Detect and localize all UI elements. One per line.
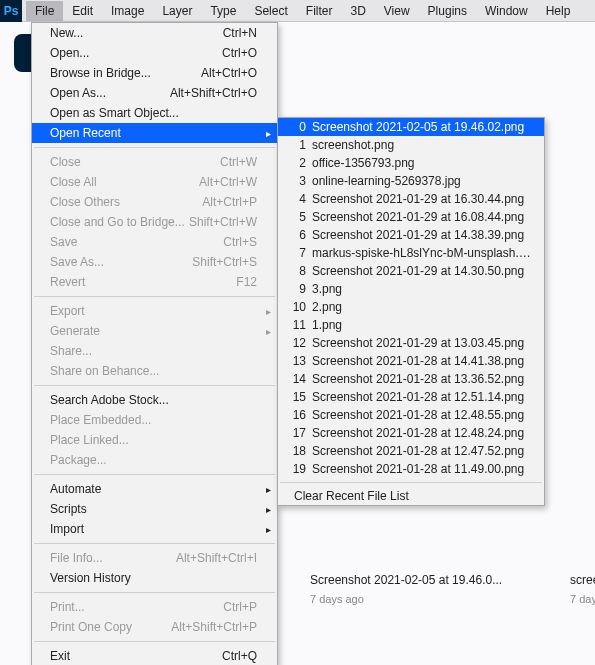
recent-file-index: 3 xyxy=(288,174,306,188)
recent-file-item[interactable]: 16Screenshot 2021-01-28 at 12.48.55.png xyxy=(278,406,544,424)
menu-item-package: Package... xyxy=(32,450,277,470)
recent-file-card-name: Screenshot 2021-02-05 at 19.46.0... xyxy=(310,573,510,587)
menubar-item-layer[interactable]: Layer xyxy=(153,1,201,21)
menubar-item-window[interactable]: Window xyxy=(476,1,537,21)
menu-item-label: Revert xyxy=(50,275,236,289)
menu-item-label: Place Embedded... xyxy=(50,413,257,427)
menubar-item-view[interactable]: View xyxy=(375,1,419,21)
menu-item-label: Close Others xyxy=(50,195,202,209)
recent-file-item[interactable]: 4Screenshot 2021-01-29 at 16.30.44.png xyxy=(278,190,544,208)
menu-item-new[interactable]: New...Ctrl+N xyxy=(32,23,277,43)
submenu-arrow-icon: ▸ xyxy=(266,504,271,515)
recent-file-index: 5 xyxy=(288,210,306,224)
recent-file-name: Screenshot 2021-01-29 at 14.30.50.png xyxy=(312,264,532,278)
menu-item-label: Automate xyxy=(50,482,257,496)
recent-file-item[interactable]: 3online-learning-5269378.jpg xyxy=(278,172,544,190)
menu-item-open-as[interactable]: Open As...Alt+Shift+Ctrl+O xyxy=(32,83,277,103)
menu-separator xyxy=(34,296,275,297)
menubar-item-select[interactable]: Select xyxy=(245,1,296,21)
recent-file-item[interactable]: 102.png xyxy=(278,298,544,316)
recent-file-index: 15 xyxy=(288,390,306,404)
recent-file-index: 13 xyxy=(288,354,306,368)
recent-file-index: 18 xyxy=(288,444,306,458)
recent-file-index: 14 xyxy=(288,372,306,386)
menu-item-browse-in-bridge[interactable]: Browse in Bridge...Alt+Ctrl+O xyxy=(32,63,277,83)
menu-separator xyxy=(280,482,542,483)
menu-separator xyxy=(34,543,275,544)
recent-file-item[interactable]: 111.png xyxy=(278,316,544,334)
menu-item-shortcut: F12 xyxy=(236,275,257,289)
menubar-item-edit[interactable]: Edit xyxy=(63,1,102,21)
recent-file-card[interactable]: Screenshot 2021-02-05 at 19.46.0...7 day… xyxy=(310,573,510,605)
recent-file-name: Screenshot 2021-01-28 at 12.51.14.png xyxy=(312,390,532,404)
recent-file-name: Screenshot 2021-01-29 at 13.03.45.png xyxy=(312,336,532,350)
recent-file-item[interactable]: 13Screenshot 2021-01-28 at 14.41.38.png xyxy=(278,352,544,370)
menu-item-label: Import xyxy=(50,522,257,536)
menubar-item-plugins[interactable]: Plugins xyxy=(419,1,476,21)
menu-item-open-recent[interactable]: Open Recent▸ xyxy=(32,123,277,143)
recent-file-item[interactable]: 12Screenshot 2021-01-29 at 13.03.45.png xyxy=(278,334,544,352)
recent-file-card-name: screenshot xyxy=(570,573,595,587)
menu-item-label: Share... xyxy=(50,344,257,358)
recent-file-item[interactable]: 19Screenshot 2021-01-28 at 11.49.00.png xyxy=(278,460,544,478)
menu-item-print: Print...Ctrl+P xyxy=(32,597,277,617)
recent-file-index: 8 xyxy=(288,264,306,278)
menu-item-label: Generate xyxy=(50,324,257,338)
recent-file-index: 2 xyxy=(288,156,306,170)
menu-item-shortcut: Alt+Shift+Ctrl+O xyxy=(170,86,257,100)
menu-item-label: Export xyxy=(50,304,257,318)
menu-item-automate[interactable]: Automate▸ xyxy=(32,479,277,499)
menu-item-label: File Info... xyxy=(50,551,176,565)
recent-file-item[interactable]: 6Screenshot 2021-01-29 at 14.38.39.png xyxy=(278,226,544,244)
menubar-item-image[interactable]: Image xyxy=(102,1,153,21)
menu-separator xyxy=(34,592,275,593)
recent-file-index: 7 xyxy=(288,246,306,260)
menubar-item-help[interactable]: Help xyxy=(537,1,580,21)
clear-recent-files[interactable]: Clear Recent File List xyxy=(278,487,544,505)
menu-item-export: Export▸ xyxy=(32,301,277,321)
menu-item-label: Browse in Bridge... xyxy=(50,66,201,80)
menu-item-label: New... xyxy=(50,26,223,40)
menubar-item-3d[interactable]: 3D xyxy=(341,1,374,21)
menu-item-label: Version History xyxy=(50,571,257,585)
recent-file-index: 16 xyxy=(288,408,306,422)
recent-file-name: Screenshot 2021-01-29 at 16.08.44.png xyxy=(312,210,532,224)
recent-file-item[interactable]: 0Screenshot 2021-02-05 at 19.46.02.png xyxy=(278,118,544,136)
recent-file-item[interactable]: 2office-1356793.png xyxy=(278,154,544,172)
open-recent-submenu: 0Screenshot 2021-02-05 at 19.46.02.png1s… xyxy=(277,117,545,506)
menu-item-close-all: Close AllAlt+Ctrl+W xyxy=(32,172,277,192)
menu-item-close-others: Close OthersAlt+Ctrl+P xyxy=(32,192,277,212)
menu-item-share: Share... xyxy=(32,341,277,361)
recent-file-index: 6 xyxy=(288,228,306,242)
menu-separator xyxy=(34,474,275,475)
recent-file-name: office-1356793.png xyxy=(312,156,532,170)
recent-file-item[interactable]: 17Screenshot 2021-01-28 at 12.48.24.png xyxy=(278,424,544,442)
recent-file-item[interactable]: 14Screenshot 2021-01-28 at 13.36.52.png xyxy=(278,370,544,388)
menu-item-generate: Generate▸ xyxy=(32,321,277,341)
menu-item-scripts[interactable]: Scripts▸ xyxy=(32,499,277,519)
menu-item-search-adobe-stock[interactable]: Search Adobe Stock... xyxy=(32,390,277,410)
menu-item-share-on-behance: Share on Behance... xyxy=(32,361,277,381)
menu-item-label: Save xyxy=(50,235,223,249)
recent-file-item[interactable]: 93.png xyxy=(278,280,544,298)
menu-item-shortcut: Alt+Shift+Ctrl+I xyxy=(176,551,257,565)
menubar-item-file[interactable]: File xyxy=(26,1,63,21)
menu-item-open-as-smart-object[interactable]: Open as Smart Object... xyxy=(32,103,277,123)
menu-item-open[interactable]: Open...Ctrl+O xyxy=(32,43,277,63)
menu-item-import[interactable]: Import▸ xyxy=(32,519,277,539)
recent-file-item[interactable]: 5Screenshot 2021-01-29 at 16.08.44.png xyxy=(278,208,544,226)
recent-file-item[interactable]: 8Screenshot 2021-01-29 at 14.30.50.png xyxy=(278,262,544,280)
recent-file-name: Screenshot 2021-01-28 at 12.48.55.png xyxy=(312,408,532,422)
recent-file-item[interactable]: 15Screenshot 2021-01-28 at 12.51.14.png xyxy=(278,388,544,406)
menu-item-exit[interactable]: ExitCtrl+Q xyxy=(32,646,277,665)
recent-file-item[interactable]: 1screenshot.png xyxy=(278,136,544,154)
menubar-item-filter[interactable]: Filter xyxy=(297,1,342,21)
recent-file-name: markus-spiske-hL8slYnc-bM-unsplash.jpg xyxy=(312,246,532,260)
menu-item-version-history[interactable]: Version History xyxy=(32,568,277,588)
recent-file-item[interactable]: 7markus-spiske-hL8slYnc-bM-unsplash.jpg xyxy=(278,244,544,262)
recent-file-card[interactable]: screenshot7 days ago xyxy=(570,573,595,605)
recent-file-item[interactable]: 18Screenshot 2021-01-28 at 12.47.52.png xyxy=(278,442,544,460)
menubar-item-type[interactable]: Type xyxy=(201,1,245,21)
recent-file-index: 10 xyxy=(288,300,306,314)
menu-item-print-one-copy: Print One CopyAlt+Shift+Ctrl+P xyxy=(32,617,277,637)
